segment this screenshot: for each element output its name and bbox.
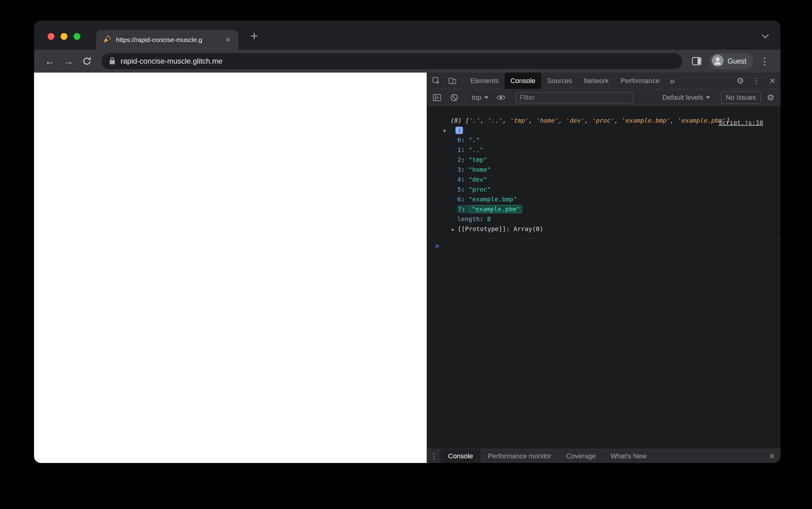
divider xyxy=(465,93,466,102)
array-entry-row: 7: "example.pbm" xyxy=(450,204,780,214)
devtools-tabbar: ElementsConsoleSourcesNetworkPerformance… xyxy=(427,73,780,89)
more-tabs-icon[interactable]: » xyxy=(665,73,679,89)
array-entry-row: 4: "dev" xyxy=(450,174,780,184)
no-issues-button[interactable]: No Issues xyxy=(721,92,761,104)
close-window-button[interactable] xyxy=(48,33,55,40)
drawer-tabs: ConsolePerformance monitorCoverageWhat's… xyxy=(441,449,654,463)
browser-window: https://rapid-concise-muscle.g × + ← → r… xyxy=(34,21,780,463)
array-entry-row: 3: "home" xyxy=(450,165,780,174)
profile-button[interactable]: Guest xyxy=(709,53,753,69)
array-length-row: length8 xyxy=(450,214,780,224)
party-popper-favicon-icon xyxy=(102,35,112,45)
drawer-tab-performance-monitor[interactable]: Performance monitor xyxy=(480,449,559,463)
array-entry-row: 0: "." xyxy=(450,135,780,145)
length-label: length xyxy=(457,215,487,223)
devtools-menu-kebab-icon[interactable]: ⋮ xyxy=(748,73,764,89)
devtools-panel: ElementsConsoleSourcesNetworkPerformance… xyxy=(427,73,780,463)
length-value: 8 xyxy=(487,215,491,223)
console-settings-gear-icon[interactable]: ⚙ xyxy=(762,93,779,103)
prompt-caret-icon: > xyxy=(435,242,439,250)
devtools-tab-elements[interactable]: Elements xyxy=(464,73,505,89)
chevron-down-icon xyxy=(484,96,489,99)
console-sidebar-toggle-icon[interactable] xyxy=(429,94,445,101)
drawer-menu-kebab-icon[interactable]: ⋮ xyxy=(427,449,441,463)
window-controls xyxy=(48,33,81,40)
info-badge-line: i xyxy=(450,126,780,135)
page-content xyxy=(34,73,427,463)
divider xyxy=(717,93,717,102)
devtools-close-icon[interactable]: × xyxy=(764,73,780,89)
devtools-drawer: ⋮ ConsolePerformance monitorCoverageWhat… xyxy=(427,449,780,463)
divider xyxy=(462,76,463,86)
url-text: rapid-concise-muscle.glitch.me xyxy=(121,57,222,66)
back-button[interactable]: ← xyxy=(41,53,58,69)
console-message: script.js:10 ▼ (8) ['.', '..', 'tmp', 'h… xyxy=(427,116,780,238)
devtools-tab-performance[interactable]: Performance xyxy=(615,73,665,89)
device-toolbar-icon[interactable] xyxy=(444,73,461,89)
prototype-value: Array(0) xyxy=(513,225,543,233)
console-toolbar: top Default levels No Issues ⚙ xyxy=(427,89,780,106)
tree-collapsed-icon[interactable]: ▶ xyxy=(452,227,455,232)
devtools-tab-sources[interactable]: Sources xyxy=(541,73,578,89)
chevron-down-icon xyxy=(706,96,710,99)
console-source-link[interactable]: script.js:10 xyxy=(719,119,763,126)
new-tab-button[interactable]: + xyxy=(247,29,261,43)
console-toolbar-right: Default levels No Issues ⚙ xyxy=(659,92,779,104)
log-levels-dropdown[interactable]: Default levels xyxy=(659,94,713,102)
devtools-tabs: ElementsConsoleSourcesNetworkPerformance xyxy=(464,73,665,89)
tab-close-icon[interactable]: × xyxy=(224,35,232,45)
browser-toolbar: ← → rapid-concise-muscle.glitch.me xyxy=(34,50,780,73)
live-expression-eye-icon[interactable] xyxy=(493,94,509,101)
browser-tab[interactable]: https://rapid-concise-muscle.g × xyxy=(96,30,239,50)
maximize-window-button[interactable] xyxy=(73,33,81,40)
array-entry-row: 5: "proc" xyxy=(450,184,780,194)
prototype-label: [[Prototype]] xyxy=(458,225,513,233)
clear-console-icon[interactable] xyxy=(446,94,462,102)
devtools-tab-network[interactable]: Network xyxy=(578,73,615,89)
console-array-entries: 0: "."1: ".."2: "tmp"3: "home"4: "dev"5:… xyxy=(450,135,780,214)
profile-label: Guest xyxy=(727,57,746,66)
spacer xyxy=(654,449,763,463)
forward-button[interactable]: → xyxy=(60,53,77,69)
info-badge-icon[interactable]: i xyxy=(456,127,463,134)
tab-search-chevron-icon[interactable] xyxy=(761,32,770,41)
console-prompt[interactable]: > xyxy=(427,238,780,250)
array-entry-row: 2: "tmp" xyxy=(450,155,780,165)
console-output: script.js:10 ▼ (8) ['.', '..', 'tmp', 'h… xyxy=(427,106,780,449)
javascript-context-selector[interactable]: top xyxy=(469,94,492,102)
console-filter-input[interactable] xyxy=(516,92,633,103)
lock-icon xyxy=(109,57,116,66)
reload-button[interactable] xyxy=(79,53,95,69)
array-entry-row: 1: ".." xyxy=(450,145,780,155)
address-bar[interactable]: rapid-concise-muscle.glitch.me xyxy=(101,53,682,69)
side-panel-icon[interactable] xyxy=(688,53,705,69)
tab-strip: https://rapid-concise-muscle.g × + xyxy=(34,21,780,50)
drawer-tab-what-s-new[interactable]: What's New xyxy=(603,449,654,463)
array-entry-row: 6: "example.bmp" xyxy=(450,194,780,204)
settings-gear-icon[interactable]: ⚙ xyxy=(732,73,748,89)
minimize-window-button[interactable] xyxy=(61,33,67,40)
tree-expanded-icon[interactable]: ▼ xyxy=(443,128,446,134)
tab-title: https://rapid-concise-muscle.g xyxy=(116,36,219,43)
levels-label: Default levels xyxy=(662,94,703,102)
drawer-tab-coverage[interactable]: Coverage xyxy=(559,449,603,463)
avatar-icon xyxy=(712,55,724,68)
drawer-close-icon[interactable]: × xyxy=(763,449,780,463)
array-prototype-row[interactable]: ▶[[Prototype]]Array(0) xyxy=(450,224,780,234)
browser-menu-kebab-icon[interactable]: ⋮ xyxy=(756,56,773,67)
context-label: top xyxy=(472,94,481,102)
devtools-tab-console[interactable]: Console xyxy=(505,73,541,89)
spacer xyxy=(679,73,732,89)
drawer-tab-console[interactable]: Console xyxy=(441,449,480,463)
inspect-element-icon[interactable] xyxy=(428,73,444,89)
